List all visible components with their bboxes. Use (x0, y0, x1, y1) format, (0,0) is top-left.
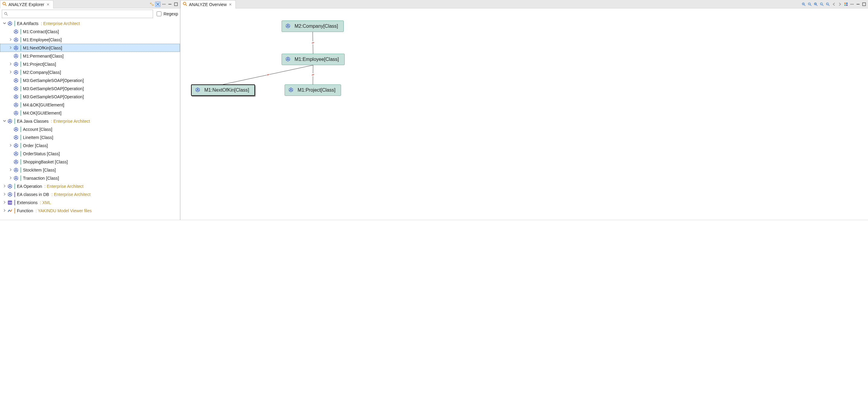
sync-icon[interactable] (149, 1, 155, 7)
chevron-right-icon[interactable] (2, 184, 7, 189)
tree-row-label: M1:Permenant[Class] (23, 54, 66, 59)
tree-row[interactable]: Function : YAKINDU Model Viewer files (0, 206, 180, 215)
svg-rect-144 (844, 4, 846, 5)
chevron-right-icon[interactable] (8, 70, 13, 74)
tree-row-suffix: : Enterprise Architect (52, 192, 91, 197)
link-icon[interactable] (311, 41, 314, 44)
diagram-node[interactable]: M1:Employee[Class] (282, 54, 345, 65)
diagram-node[interactable]: M1:Project[Class] (285, 85, 341, 96)
close-icon[interactable]: ✕ (46, 2, 50, 7)
overview-tab[interactable]: ANALYZE Overview ✕ (181, 0, 236, 8)
maximize-icon[interactable] (173, 1, 179, 7)
chevron-right-icon[interactable] (2, 192, 7, 197)
tree-row[interactable]: M3:GetSampleSOAP[Operation] (0, 76, 180, 85)
tree-row[interactable]: M4:OK[GUIElement] (0, 109, 180, 117)
tree-row[interactable]: EA Artifacts : Enterprise Architect (0, 19, 180, 27)
svg-point-146 (850, 4, 851, 4)
explorer-panel: ANALYZE Explorer ✕ (0, 0, 180, 220)
svg-point-23 (16, 39, 17, 40)
chevron-right-icon[interactable] (8, 62, 13, 66)
maximize-icon[interactable] (861, 1, 867, 7)
zoom-fit-icon[interactable] (813, 1, 818, 7)
tree-row[interactable]: M3:GetSampleSOAP[Operation] (0, 93, 180, 101)
tree-row[interactable]: ShoppingBasket [Class] (0, 158, 180, 166)
crosshair-icon[interactable] (155, 1, 161, 7)
svg-point-6 (163, 4, 164, 4)
chevron-right-icon[interactable] (8, 46, 13, 50)
tree-row[interactable]: StockItem [Class] (0, 166, 180, 174)
magnifier-icon (183, 1, 187, 7)
chevron-right-icon[interactable] (8, 38, 13, 42)
tree-row-suffix: : Enterprise Architect (41, 21, 80, 26)
tree-row[interactable]: M3:GetSampleSOAP[Operation] (0, 85, 180, 93)
tree-row[interactable]: EA Operation : Enterprise Architect (0, 182, 180, 190)
view-menu-icon[interactable] (849, 1, 855, 7)
chevron-right-icon[interactable] (2, 201, 7, 205)
zoom-reset-icon[interactable]: 1 (819, 1, 825, 7)
overview-canvas[interactable]: M2:Company[Class] M1:Employee[Class] M1:… (181, 8, 868, 220)
tree-row[interactable]: M4:&OK[GUIElement] (0, 101, 180, 109)
chevron-right-icon[interactable] (8, 143, 13, 148)
tree-row[interactable]: Transaction [Class] (0, 174, 180, 182)
search-input-wrap[interactable] (2, 10, 153, 18)
chevron-down-icon[interactable] (2, 119, 7, 123)
diagram-node[interactable]: M2:Company[Class] (282, 21, 344, 32)
svg-line-127 (804, 4, 806, 6)
forward-icon[interactable] (837, 1, 843, 7)
chevron-down-icon[interactable] (2, 22, 7, 26)
tree-row[interactable]: XMLExtensions : XML (0, 198, 180, 206)
minimize-icon[interactable] (167, 1, 173, 7)
tree-row[interactable]: EA classes in DB : Enterprise Architect (0, 190, 180, 198)
svg-point-118 (9, 194, 11, 195)
tree-row[interactable]: LineItem [Class] (0, 133, 180, 141)
back-icon[interactable] (831, 1, 837, 7)
category-bar (14, 183, 15, 189)
artifact-icon (13, 86, 19, 91)
link-icon[interactable] (311, 73, 314, 76)
zoom-out-icon[interactable] (807, 1, 812, 7)
link-icon[interactable] (267, 73, 270, 76)
tree-row-label: Transaction [Class] (23, 176, 61, 180)
overview-tab-label: ANALYZE Overview (189, 2, 227, 7)
diagram-node-label: M1:Project[Class] (298, 88, 335, 93)
artifact-icon (13, 70, 19, 75)
tree-row[interactable]: Account [Class] (0, 125, 180, 133)
explorer-tree[interactable]: EA Artifacts : Enterprise Architect M1:C… (0, 19, 180, 220)
tree-row[interactable]: M2:Company[Class] (0, 68, 180, 76)
search-input[interactable] (9, 11, 151, 16)
tree-row-label: M3:GetSampleSOAP[Operation] (23, 94, 86, 99)
diagram-node-label: M2:Company[Class] (294, 24, 338, 29)
app-root: ANALYZE Explorer ✕ (0, 0, 868, 220)
svg-point-28 (16, 47, 17, 48)
chevron-right-icon[interactable] (2, 209, 7, 213)
zoom-all-icon[interactable]: A (825, 1, 831, 7)
tree-row[interactable]: Order [Class] (0, 141, 180, 149)
regexp-checkbox[interactable]: Regexp (155, 10, 178, 17)
tree-row[interactable]: M1:NextOfKin[Class] (0, 44, 180, 52)
artifact-icon (13, 143, 19, 148)
tree-row[interactable]: M1:Project[Class] (0, 60, 180, 68)
tree-row-suffix: : Enterprise Architect (51, 119, 90, 124)
explorer-tab[interactable]: ANALYZE Explorer ✕ (0, 0, 54, 8)
svg-point-10 (4, 12, 7, 14)
category-bar (21, 62, 21, 67)
tree-wrap: EA Artifacts : Enterprise Architect M1:C… (0, 19, 180, 220)
view-menu-icon[interactable] (161, 1, 166, 7)
zoom-in-icon[interactable] (801, 1, 806, 7)
category-bar (21, 86, 21, 91)
diagram-node[interactable]: M1:NextOfKin[Class] (191, 85, 255, 96)
close-icon[interactable]: ✕ (228, 2, 232, 7)
chevron-right-icon[interactable] (8, 168, 13, 172)
regexp-checkbox-input[interactable] (157, 11, 161, 16)
tree-row[interactable]: M1:Employee[Class] (0, 36, 180, 44)
minimize-icon[interactable] (855, 1, 861, 7)
select-all-icon[interactable] (843, 1, 849, 7)
tree-row[interactable]: OrderStatus [Class] (0, 149, 180, 158)
tree-row[interactable]: M1:Permenant[Class] (0, 52, 180, 60)
tree-row[interactable]: M1:Contract[Class] (0, 27, 180, 36)
svg-line-134 (816, 4, 817, 6)
tree-row-label: M2:Company[Class] (23, 70, 63, 75)
chevron-right-icon[interactable] (8, 176, 13, 180)
tree-row[interactable]: EA Java Classes : Enterprise Architect (0, 117, 180, 125)
svg-line-11 (7, 14, 8, 16)
